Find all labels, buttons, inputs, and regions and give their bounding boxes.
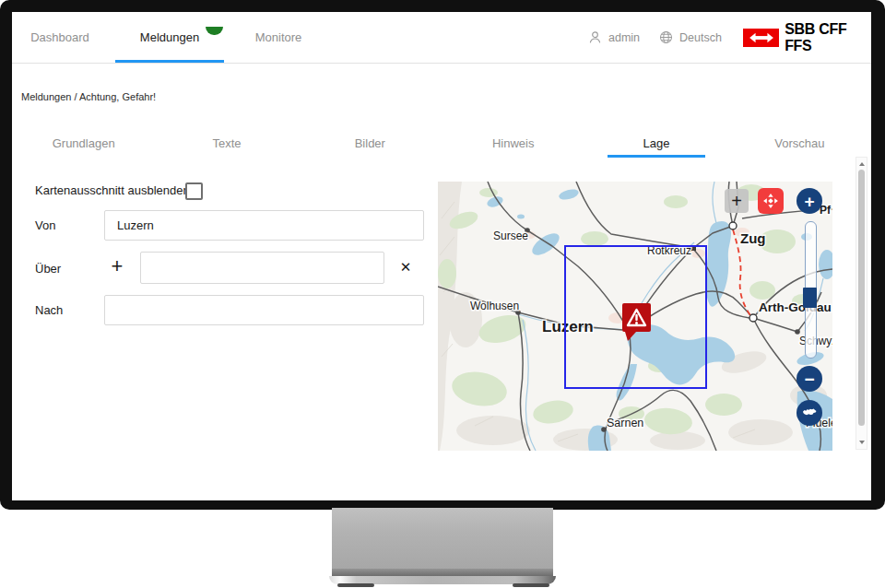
tab-vorschau[interactable]: Vorschau	[728, 128, 871, 158]
content-scrollbar[interactable]	[856, 157, 867, 450]
sbb-brand: SBB CFF FFS	[743, 12, 871, 63]
map-home-extent-button[interactable]	[796, 400, 822, 426]
label-luzern: Luzern	[542, 318, 594, 335]
map-zoom-out-button[interactable]: −	[796, 366, 822, 392]
scrollbar-up-arrow[interactable]	[859, 162, 865, 166]
add-via-button[interactable]: +	[108, 257, 126, 276]
language-menu[interactable]: Deutsch	[659, 12, 722, 63]
sbb-logo-icon	[743, 29, 779, 47]
scrollbar-thumb[interactable]	[858, 170, 865, 426]
user-icon	[588, 30, 602, 44]
map-zoom-in-button[interactable]: +	[796, 188, 822, 214]
tab-texte[interactable]: Texte	[155, 128, 298, 158]
switzerland-icon	[800, 404, 819, 422]
top-navbar: Dashboard Meldungen Monitore admin Deuts…	[12, 12, 871, 64]
map-zoom-slider-handle[interactable]	[803, 288, 817, 308]
detail-tabs: Grundlagen Texte Bilder Hinweis Lage Vor…	[12, 128, 871, 158]
globe-icon	[659, 30, 673, 44]
monitor-stand-band	[332, 569, 553, 576]
nav-item-dashboard[interactable]: Dashboard	[30, 12, 89, 63]
label-wolhusen: Wolhusen	[470, 300, 519, 312]
nach-label: Nach	[35, 303, 63, 317]
nach-input[interactable]	[104, 295, 424, 325]
app-window: Dashboard Meldungen Monitore admin Deuts…	[12, 12, 871, 500]
monitor-foot-right	[513, 583, 549, 587]
user-label: admin	[608, 31, 640, 44]
brand-text: SBB CFF FFS	[785, 21, 871, 54]
map-overview-button[interactable]: +	[725, 189, 749, 213]
label-arth-goldau: Arth-Goldau	[759, 300, 832, 314]
von-input[interactable]	[104, 210, 424, 241]
pan-move-icon	[761, 192, 780, 210]
monitor-stand-neck	[332, 508, 553, 569]
map-canvas[interactable]: Sursee Rotkreuz Zug Wolhusen Luzern Arth…	[438, 182, 832, 451]
ueber-label: Über	[35, 262, 61, 276]
label-sarnen: Sarnen	[607, 417, 643, 429]
tab-hinweis[interactable]: Hinweis	[442, 128, 584, 158]
tab-grundlagen[interactable]: Grundlagen	[12, 128, 155, 158]
scrollbar-down-arrow[interactable]	[859, 441, 865, 444]
tab-bilder[interactable]: Bilder	[299, 128, 442, 158]
user-menu[interactable]: admin	[588, 12, 640, 63]
label-sursee: Sursee	[493, 229, 528, 242]
hide-map-checkbox[interactable]	[185, 182, 203, 200]
monitor-foot-left	[337, 583, 374, 587]
ueber-input[interactable]	[140, 252, 384, 284]
map-pan-mode-button[interactable]	[758, 188, 784, 214]
nav-item-monitore[interactable]: Monitore	[250, 12, 307, 63]
clear-via-button[interactable]: ✕	[397, 259, 414, 276]
tab-lage[interactable]: Lage	[584, 128, 727, 158]
language-label: Deutsch	[679, 31, 722, 44]
hide-map-label: Kartenausschnitt ausblenden	[35, 183, 190, 197]
von-label: Von	[35, 218, 55, 232]
breadcrumb: Meldungen / Achtung, Gefahr!	[21, 91, 156, 102]
map-svg: Sursee Rotkreuz Zug Wolhusen Luzern Arth…	[438, 182, 832, 451]
nav-item-meldungen[interactable]: Meldungen	[115, 12, 224, 63]
label-zug: Zug	[740, 230, 766, 246]
